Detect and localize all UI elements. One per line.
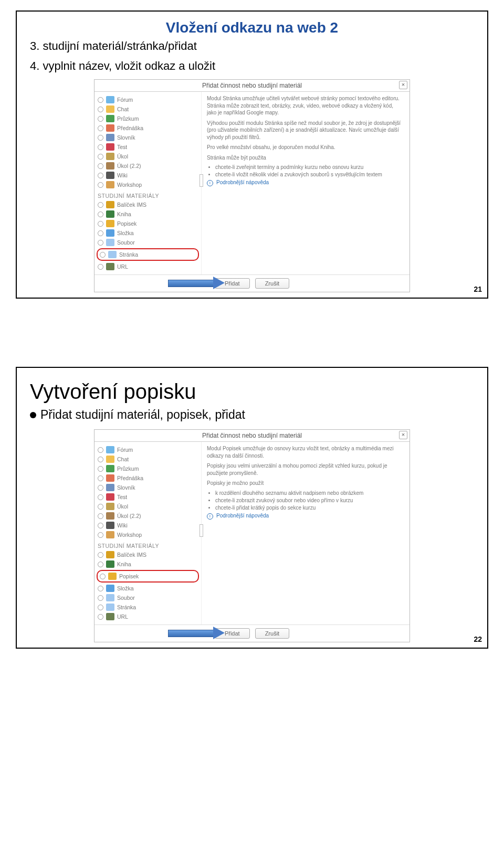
- module-icon: [106, 153, 114, 160]
- activity-option[interactable]: Úkol: [97, 152, 199, 161]
- radio-icon[interactable]: [98, 485, 103, 491]
- cancel-button[interactable]: Zrušit: [255, 278, 290, 289]
- activity-option[interactable]: Přednáška: [97, 473, 199, 483]
- radio-icon[interactable]: [98, 135, 103, 141]
- close-icon[interactable]: ×: [399, 81, 407, 89]
- radio-icon[interactable]: [98, 523, 103, 528]
- activity-option[interactable]: Test: [97, 492, 199, 502]
- radio-icon[interactable]: [98, 532, 103, 538]
- desc-text: Pro velké množství obsahu, je doporučen …: [207, 144, 404, 151]
- help-link[interactable]: i Podrobnější nápověda: [207, 179, 404, 186]
- module-icon: [106, 560, 114, 568]
- activity-option[interactable]: Slovník: [97, 483, 199, 492]
- radio-icon[interactable]: [98, 447, 103, 453]
- activity-option[interactable]: Složka: [97, 228, 199, 238]
- radio-icon[interactable]: [98, 494, 103, 500]
- radio-icon[interactable]: [98, 221, 103, 227]
- activity-option[interactable]: Balíček IMS: [97, 550, 199, 559]
- radio-icon[interactable]: [98, 552, 103, 558]
- radio-icon[interactable]: [98, 144, 103, 150]
- activity-option[interactable]: Popisek: [99, 571, 197, 581]
- option-label: Wiki: [117, 522, 128, 528]
- radio-icon[interactable]: [98, 230, 103, 236]
- module-icon: [106, 531, 114, 538]
- radio-icon[interactable]: [98, 116, 103, 122]
- activity-option[interactable]: Průzkum: [97, 114, 199, 123]
- radio-icon[interactable]: [98, 154, 103, 160]
- radio-icon[interactable]: [98, 182, 103, 188]
- activity-option[interactable]: Fórum: [97, 95, 199, 104]
- activity-option[interactable]: Chat: [97, 454, 199, 464]
- desc-bullets: k rozdělení dlouhého seznamu aktivit nad…: [207, 490, 404, 511]
- radio-icon[interactable]: [98, 586, 103, 591]
- desc-text: Modul Popisek umožňuje do osnovy kurzu v…: [207, 445, 404, 459]
- activity-option[interactable]: Fórum: [97, 445, 199, 454]
- radio-icon[interactable]: [100, 252, 106, 258]
- activity-option[interactable]: Workshop: [97, 180, 199, 189]
- activity-option[interactable]: Test: [97, 142, 199, 152]
- radio-icon[interactable]: [98, 264, 103, 270]
- radio-icon[interactable]: [98, 202, 103, 208]
- radio-icon[interactable]: [98, 475, 103, 481]
- activity-option[interactable]: Wiki: [97, 171, 199, 180]
- activity-option[interactable]: Přednáška: [97, 123, 199, 133]
- activity-option[interactable]: Stránka: [99, 250, 197, 259]
- activity-option[interactable]: Průzkum: [97, 464, 199, 473]
- activity-option[interactable]: Úkol (2.2): [97, 511, 199, 521]
- radio-icon[interactable]: [98, 605, 103, 610]
- close-icon[interactable]: ×: [399, 431, 407, 439]
- option-label: Fórum: [117, 447, 133, 453]
- module-icon: [106, 585, 114, 592]
- activity-option[interactable]: Soubor: [97, 593, 199, 602]
- module-icon: [106, 446, 114, 453]
- radio-icon[interactable]: [98, 125, 103, 131]
- radio-icon[interactable]: [98, 211, 103, 217]
- radio-icon[interactable]: [98, 466, 103, 472]
- option-label: Popisek: [117, 220, 136, 227]
- activity-option[interactable]: Stránka: [97, 602, 199, 612]
- option-label: URL: [117, 263, 128, 270]
- radio-icon[interactable]: [100, 574, 106, 579]
- activity-option[interactable]: URL: [97, 612, 199, 621]
- activity-option[interactable]: Wiki: [97, 521, 199, 530]
- activity-option[interactable]: Úkol: [97, 502, 199, 511]
- radio-icon[interactable]: [98, 562, 103, 567]
- activity-picker-dialog: Přidat činnost nebo studijní materiál × …: [94, 429, 410, 642]
- activity-option[interactable]: Soubor: [97, 238, 199, 247]
- option-label: Workshop: [117, 532, 142, 538]
- radio-icon[interactable]: [98, 614, 103, 620]
- radio-icon[interactable]: [98, 163, 103, 169]
- desc-text: Modul Stránka umožňuje učiteli vytvářet …: [207, 95, 404, 117]
- radio-icon[interactable]: [98, 173, 103, 178]
- help-link[interactable]: i Podrobnější nápověda: [207, 512, 404, 520]
- module-icon: [106, 465, 114, 472]
- radio-icon[interactable]: [98, 107, 103, 112]
- radio-icon[interactable]: [98, 595, 103, 601]
- module-icon: [108, 251, 117, 258]
- activity-option[interactable]: Balíček IMS: [97, 200, 199, 209]
- activity-option[interactable]: Úkol (2.2): [97, 161, 199, 171]
- activity-option[interactable]: Složka: [97, 584, 199, 593]
- drag-handle-icon[interactable]: [200, 174, 203, 187]
- activity-option[interactable]: Kniha: [97, 559, 199, 569]
- radio-icon[interactable]: [98, 457, 103, 462]
- activity-option[interactable]: URL: [97, 262, 199, 271]
- activity-option[interactable]: Slovník: [97, 133, 199, 142]
- radio-icon[interactable]: [98, 97, 103, 103]
- radio-icon[interactable]: [98, 513, 103, 519]
- activity-option[interactable]: Popisek: [97, 219, 199, 228]
- drag-handle-icon[interactable]: [200, 524, 203, 537]
- radio-icon[interactable]: [98, 240, 103, 246]
- module-icon: [106, 474, 114, 482]
- option-label: Úkol (2.2): [117, 163, 141, 169]
- cancel-button[interactable]: Zrušit: [255, 628, 290, 639]
- activity-option[interactable]: Chat: [97, 104, 199, 114]
- desc-text: Popisky je možno použít: [207, 480, 404, 487]
- radio-icon[interactable]: [98, 504, 103, 510]
- option-label: Soubor: [117, 239, 135, 246]
- page-number: 22: [474, 635, 482, 643]
- activity-option[interactable]: Kniha: [97, 209, 199, 219]
- activity-option[interactable]: Workshop: [97, 530, 199, 539]
- dialog-footer: Přidat Zrušit: [94, 274, 410, 292]
- module-icon: [106, 105, 114, 113]
